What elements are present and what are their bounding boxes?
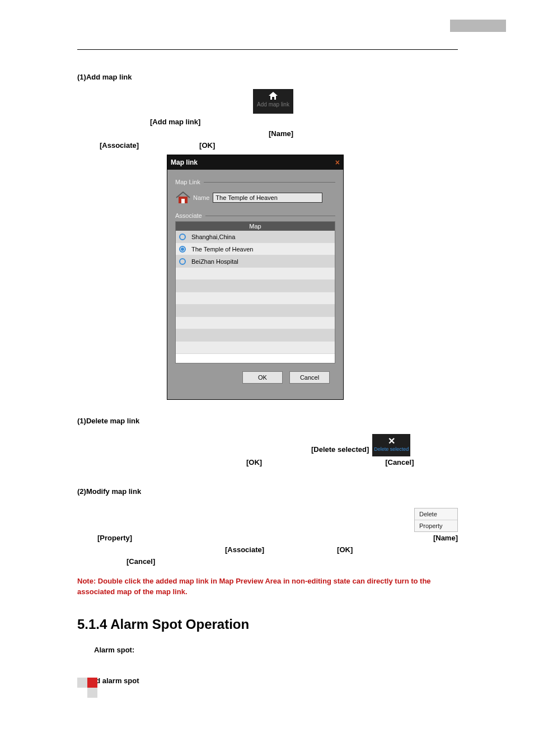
square-icon [77, 678, 87, 688]
associate-row-empty [176, 268, 335, 280]
square-icon [77, 688, 87, 698]
heading-alarm-spot-operation: 5.1.4 Alarm Spot Operation [77, 617, 458, 632]
dialog-title-text: Map link [171, 158, 198, 166]
add-map-link-toolbar-label: Add map link [253, 101, 293, 108]
x-icon: ✕ [372, 436, 410, 446]
associate-table: Map Shanghai,China The Temple of Heaven … [175, 221, 335, 363]
associate-row-empty [176, 292, 335, 305]
square-icon [87, 678, 97, 688]
heading-delete-map-link: (1)Delete map link [77, 417, 458, 425]
bracket-cancel-1: [Cancel] [385, 458, 414, 466]
delete-selected-label: Delete selected [372, 446, 410, 452]
divider [205, 216, 335, 216]
associate-row-label: BeiZhan Hospital [191, 258, 238, 265]
bracket-add-map-link: [Add map link] [150, 118, 200, 126]
bracket-ok-1: [OK] [199, 141, 215, 150]
svg-rect-1 [181, 199, 185, 203]
divider [204, 182, 335, 183]
header-rule [77, 49, 458, 50]
associate-row[interactable]: The Temple of Heaven [176, 243, 335, 255]
associate-row-empty [176, 280, 335, 292]
radio-icon[interactable] [179, 234, 186, 240]
square-icon [87, 688, 97, 698]
cancel-button[interactable]: Cancel [289, 371, 330, 384]
group-map-link-label: Map Link [175, 179, 200, 185]
alarm-spot-label: Alarm spot: [94, 646, 458, 654]
radio-icon[interactable] [179, 258, 186, 265]
heading-add-alarm-spot: (1)Add alarm spot [77, 676, 458, 685]
name-label: Name [193, 194, 209, 201]
associate-row[interactable]: Shanghai,China [176, 231, 335, 243]
associate-row-empty [176, 329, 335, 342]
bracket-delete-selected: [Delete selected] [311, 445, 369, 454]
associate-row-label: The Temple of Heaven [191, 246, 253, 253]
bracket-property: [Property] [97, 534, 132, 542]
ok-button[interactable]: OK [242, 371, 283, 384]
radio-icon[interactable] [179, 246, 186, 253]
delete-selected-toolbar-button[interactable]: ✕ Delete selected [372, 434, 410, 456]
house-icon [175, 191, 191, 204]
bracket-name-2: [Name] [433, 534, 458, 542]
bracket-associate-2: [Associate] [225, 545, 264, 554]
footer-decoration [77, 678, 111, 698]
context-menu: Delete Property [414, 508, 458, 532]
note-text: Note: Double click the added map link in… [77, 576, 458, 598]
page-content: (1)Add map link Add map link [Add map li… [77, 73, 458, 685]
heading-add-map-link: (1)Add map link [77, 73, 458, 81]
context-menu-item-delete[interactable]: Delete [415, 508, 457, 520]
context-menu-item-property[interactable]: Property [415, 520, 457, 531]
map-link-dialog: Map link × Map Link Name Associate [167, 155, 344, 400]
bracket-ok-2: [OK] [246, 458, 262, 466]
associate-body: Shanghai,China The Temple of Heaven BeiZ… [176, 231, 335, 363]
dialog-titlebar: Map link × [167, 155, 343, 170]
group-associate-label: Associate [175, 212, 202, 219]
home-icon [268, 91, 278, 100]
page-side-tab [450, 20, 506, 32]
bracket-associate: [Associate] [100, 141, 139, 150]
bracket-name: [Name] [269, 129, 293, 138]
associate-row-empty [176, 342, 335, 354]
name-input[interactable] [213, 193, 322, 203]
associate-row-label: Shanghai,China [191, 234, 235, 240]
add-map-link-toolbar-button[interactable]: Add map link [253, 89, 293, 114]
associate-row-empty [176, 317, 335, 329]
bracket-ok-3: [OK] [337, 545, 353, 554]
associate-row[interactable]: BeiZhan Hospital [176, 255, 335, 268]
associate-row-empty [176, 305, 335, 317]
heading-modify-map-link: (2)Modify map link [77, 487, 458, 496]
close-icon[interactable]: × [335, 158, 340, 167]
associate-column-header: Map [176, 222, 335, 231]
bracket-cancel-2: [Cancel] [127, 557, 155, 566]
